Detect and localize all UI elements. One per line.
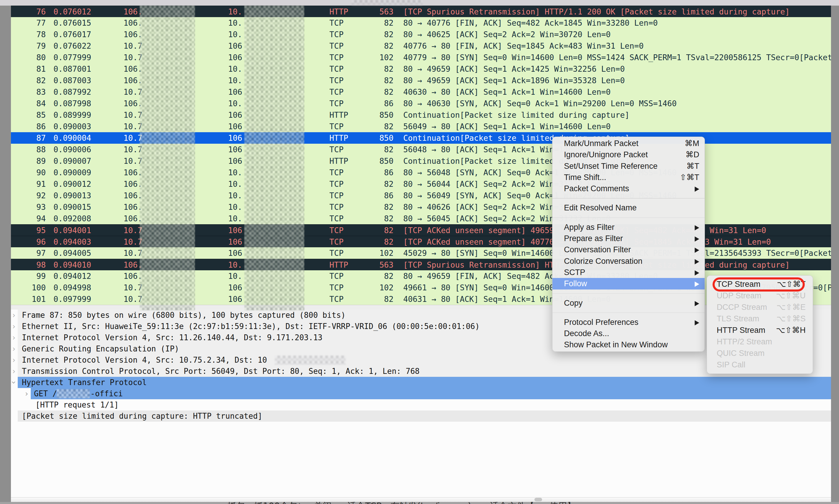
menu-item-packet-comments[interactable]: Packet Comments▶	[552, 183, 705, 194]
packet-no: 95	[11, 224, 46, 236]
packet-protocol: TCP	[329, 121, 344, 132]
horizontal-scrollbar-thumb[interactable]	[534, 498, 542, 501]
menu-item-mark-unmark-packet[interactable]: Mark/Unmark Packet⌘M	[552, 138, 705, 149]
packet-list[interactable]: 760.076012106.10.HTTP563[TCP Spurious Re…	[11, 6, 831, 305]
packet-row-77[interactable]: 770.076015106.10.TCP8280 → 40776 [FIN, A…	[11, 17, 831, 29]
packet-no: 93	[11, 201, 46, 213]
submenu-item-http-stream[interactable]: HTTP Stream⌥⇧⌘H	[707, 325, 813, 336]
packet-source: 106.	[123, 213, 142, 224]
packet-length: 82	[349, 178, 394, 190]
packet-row-88[interactable]: 880.09000610.7106TCP8256048 → 80 [ACK] S…	[11, 144, 831, 155]
menu-item-label: Prepare as Filter	[564, 233, 623, 244]
packet-no: 88	[11, 144, 46, 155]
packet-no: 83	[11, 86, 46, 98]
packet-row-96[interactable]: 960.09400310.7106TCP82[TCP ACKed unseen …	[11, 236, 831, 248]
detail-row[interactable]: [HTTP request 1/1]	[11, 399, 831, 411]
packet-row-83[interactable]: 830.08799210.7106TCP8240630 → 80 [ACK] S…	[11, 86, 831, 98]
packet-no: 85	[11, 109, 46, 121]
menu-item-conversation-filter[interactable]: Conversation Filter▶	[552, 244, 705, 255]
window-titlebar	[0, 0, 839, 6]
packet-source: 106.	[123, 201, 142, 213]
packet-time: 0.094012	[53, 270, 91, 282]
packet-source: 106.	[123, 63, 142, 75]
packet-source: 10.7	[123, 109, 142, 121]
detail-row[interactable]: [Packet size limited during capture: HTT…	[11, 411, 831, 422]
packet-time: 0.090012	[53, 178, 91, 190]
packet-row-82[interactable]: 820.087003106.10.TCP8280 → 49659 [ACK] S…	[11, 75, 831, 86]
packet-row-79[interactable]: 790.07602210.7106TCP8240776 → 80 [FIN, A…	[11, 40, 831, 52]
packet-row-85[interactable]: 850.08999910.7106HTTP850Continuation[Pac…	[11, 109, 831, 121]
packet-length: 82	[349, 224, 394, 236]
menu-item-show-packet-in-new-window[interactable]: Show Packet in New Window	[552, 339, 705, 350]
menu-item-apply-as-filter[interactable]: Apply as Filter▶	[552, 222, 705, 233]
packet-row-94[interactable]: 940.092008106.10.TCP8280 → 56045 [ACK] S…	[11, 213, 831, 224]
menu-item-follow[interactable]: Follow▶	[552, 278, 705, 289]
packet-row-92[interactable]: 920.090013106.10.TCP8680 → 56049 [SYN, A…	[11, 190, 831, 201]
packet-row-84[interactable]: 840.087998106.10.TCP8680 → 40630 [SYN, A…	[11, 98, 831, 109]
menu-item-edit-resolved-name[interactable]: Edit Resolved Name	[552, 202, 705, 213]
packet-no: 101	[11, 293, 46, 305]
packet-row-93[interactable]: 930.090015106.10.TCP8280 → 40626 [ACK] S…	[11, 201, 831, 213]
packet-time: 0.094010	[53, 259, 91, 271]
packet-time: 0.090009	[53, 167, 91, 178]
packet-length: 86	[349, 190, 394, 201]
packet-row-97[interactable]: 970.09400510.7106TCP10245029 → 80 [SYN] …	[11, 247, 831, 259]
packet-protocol: TCP	[329, 86, 344, 98]
packet-length: 102	[349, 282, 394, 293]
packet-row-86[interactable]: 860.09000310.7106TCP8256049 → 80 [ACK] S…	[11, 121, 831, 132]
submenu-arrow-icon: ▶	[695, 277, 699, 290]
packet-row-89[interactable]: 890.09000710.7106HTTP850Continuation[Pac…	[11, 155, 831, 167]
menu-item-label: Mark/Unmark Packet	[564, 138, 638, 149]
detail-row[interactable]: ›GET /-offici	[11, 388, 831, 399]
detail-row[interactable]: ›Hypertext Transfer Protocol	[11, 377, 831, 388]
menu-item-copy[interactable]: Copy▶	[552, 298, 705, 309]
submenu-item-sip-call: SIP Call	[707, 359, 813, 371]
packet-row-95[interactable]: 950.09400110.7106TCP82[TCP ACKed unseen …	[11, 224, 831, 236]
packet-source: 10.7	[123, 236, 142, 248]
packet-row-91[interactable]: 910.090012106.10.TCP8280 → 56044 [ACK] S…	[11, 178, 831, 190]
packet-source: 106.	[123, 167, 142, 178]
packet-no: 79	[11, 40, 46, 52]
packet-time: 0.089999	[53, 109, 91, 121]
packet-row-87[interactable]: 870.09000410.7106HTTP850Continuation[Pac…	[11, 132, 831, 144]
packet-row-78[interactable]: 780.076017106.10.TCP8280 → 40625 [ACK] S…	[11, 29, 831, 40]
packet-row-80[interactable]: 800.07799910.7106TCP10240779 → 80 [SYN] …	[11, 52, 831, 63]
submenu-item-shortcut: ⌥⇧⌘E	[776, 302, 806, 313]
menu-item-set-unset-time-reference[interactable]: Set/Unset Time Reference⌘T	[552, 161, 705, 172]
packet-protocol: TCP	[329, 17, 344, 29]
packet-destination: 10.	[228, 190, 242, 201]
packet-row-90[interactable]: 900.090009106.10.TCP8680 → 56048 [SYN, A…	[11, 167, 831, 178]
packet-row-98[interactable]: 980.094010106.10.HTTP563[TCP Spurious Re…	[11, 259, 831, 271]
packet-protocol: HTTP	[329, 6, 348, 17]
packet-destination: 106	[228, 132, 242, 144]
packet-no: 86	[11, 121, 46, 132]
chevron-right-icon: ›	[12, 354, 16, 366]
packet-source: 10.7	[123, 40, 142, 52]
menu-item-colorize-conversation[interactable]: Colorize Conversation▶	[552, 255, 705, 267]
packet-length: 563	[349, 259, 394, 271]
menu-item-protocol-preferences[interactable]: Protocol Preferences▶	[552, 317, 705, 328]
packet-row-76[interactable]: 760.076012106.10.HTTP563[TCP Spurious Re…	[11, 6, 831, 17]
menu-item-prepare-as-filter[interactable]: Prepare as Filter▶	[552, 233, 705, 244]
packet-source: 106.	[123, 190, 142, 201]
packet-protocol: TCP	[329, 40, 344, 52]
menu-item-ignore-unignore-packet[interactable]: Ignore/Unignore Packet⌘D	[552, 149, 705, 160]
packet-time: 0.090015	[53, 201, 91, 213]
packet-time: 0.090003	[53, 121, 91, 132]
packet-length: 850	[349, 109, 394, 121]
submenu-arrow-icon: ▶	[695, 182, 699, 195]
menu-item-decode-as[interactable]: Decode As...	[552, 328, 705, 339]
packet-no: 96	[11, 236, 46, 248]
packet-info: 80 → 49659 [ACK] Seq=1 Ack=1425 Win=3225…	[403, 63, 831, 75]
menu-item-label: Time Shift...	[564, 172, 606, 183]
context-menu: Mark/Unmark Packet⌘MIgnore/Unignore Pack…	[552, 137, 705, 352]
packet-no: 81	[11, 63, 46, 75]
packet-protocol: TCP	[329, 247, 344, 259]
menu-item-time-shift[interactable]: Time Shift...⇧⌘T	[552, 172, 705, 183]
packet-destination: 106	[228, 247, 242, 259]
packet-info: 80 → 40630 [SYN, ACK] Seq=0 Ack=1 Win=29…	[403, 98, 831, 109]
menu-item-sctp[interactable]: SCTP▶	[552, 267, 705, 278]
packet-protocol: TCP	[329, 178, 344, 190]
submenu-item-tls-stream: TLS Stream⌥⇧⌘S	[707, 313, 813, 325]
packet-row-81[interactable]: 810.087001106.10.TCP8280 → 49659 [ACK] S…	[11, 63, 831, 75]
